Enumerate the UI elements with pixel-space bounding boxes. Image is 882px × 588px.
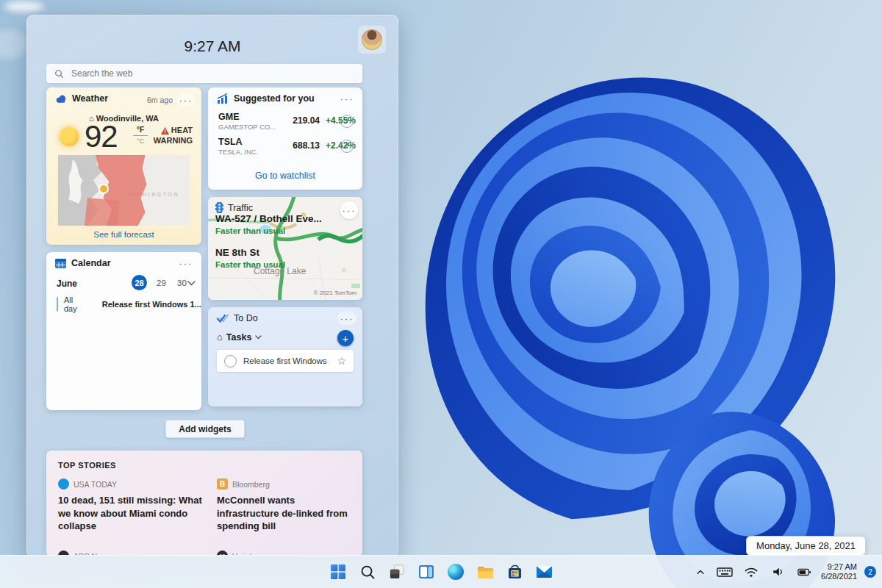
task-checkbox[interactable]	[224, 355, 237, 368]
calendar-widget[interactable]: Calendar ··· June 28 29 30 All day Relea…	[46, 252, 201, 410]
add-to-watchlist-button[interactable]: +	[340, 140, 354, 153]
cloud-decoration	[4, 1, 44, 12]
search-input[interactable]	[70, 68, 354, 79]
widgets-panel: 9:27 AM Weather 6m ago ···	[26, 15, 398, 557]
todo-list-label: Tasks	[226, 332, 252, 343]
star-icon[interactable]: ☆	[337, 355, 346, 367]
traffic-light-icon	[215, 202, 223, 214]
add-to-watchlist-button[interactable]: +	[340, 115, 354, 128]
event-color-bar	[57, 297, 58, 312]
start-button[interactable]	[329, 562, 348, 581]
taskbar: 9:27 AM 6/28/2021 2	[0, 555, 882, 588]
calendar-title: Calendar	[71, 258, 111, 268]
alert-line1: HEAT	[171, 126, 193, 136]
stock-row[interactable]: TSLA TESLA, INC. 688.13 +2.42% +	[218, 137, 354, 156]
stocks-title: Suggested for you	[234, 93, 315, 104]
traffic-menu-button[interactable]: ···	[340, 201, 358, 219]
story-source: USA TODAY	[74, 480, 117, 489]
traffic-copyright: © 2021 TomTom	[314, 290, 356, 296]
weather-forecast-link[interactable]: See full forecast	[46, 230, 201, 239]
calendar-event-row[interactable]: All day Release first Windows 1...	[57, 295, 193, 314]
add-task-button[interactable]: +	[337, 330, 354, 346]
weather-temp: 92	[85, 121, 118, 152]
chevron-down-icon[interactable]	[187, 281, 196, 286]
battery-icon[interactable]	[795, 562, 814, 581]
traffic-route1: WA-527 / Bothell Eve...	[215, 213, 322, 224]
calendar-menu-button[interactable]: ···	[176, 257, 196, 270]
weather-location-row: ⌂ Woodinville, WA	[46, 114, 201, 123]
notification-badge[interactable]: 2	[864, 566, 876, 578]
watchlist-link[interactable]: Go to watchlist	[208, 171, 362, 181]
traffic-widget[interactable]: Traffic ··· WA-527 / Bothell Eve... Fast…	[208, 197, 362, 300]
story-source: Bloomberg	[232, 480, 270, 489]
unit-c[interactable]: °C	[133, 137, 148, 145]
edge-browser-icon[interactable]	[446, 562, 465, 581]
weather-widget[interactable]: Weather 6m ago ··· ⌂ Woodinville, WA 92 …	[46, 87, 201, 245]
traffic-route2: NE 8th St	[215, 247, 259, 258]
wifi-icon[interactable]	[742, 562, 761, 581]
traffic-map-label: Cottage Lake	[254, 266, 306, 276]
stocks-widget[interactable]: Suggested for you ··· GME GAMESTOP CO...…	[208, 87, 362, 190]
weather-updated: 6m ago	[147, 96, 173, 104]
panel-clock: 9:27 AM	[27, 37, 398, 55]
stocks-menu-button[interactable]: ···	[337, 92, 356, 105]
task-row[interactable]: Release first Windows 11... ☆	[217, 350, 354, 372]
warning-icon	[161, 127, 169, 135]
touch-keyboard-icon[interactable]	[715, 562, 734, 581]
alert-line2: WARNING	[154, 136, 193, 146]
todo-widget[interactable]: To Do ··· ⌂ Tasks + Release first Window…	[208, 307, 362, 406]
story-headline[interactable]: 10 dead, 151 still missing: What we know…	[58, 494, 202, 533]
weather-cloud-icon	[55, 93, 67, 104]
add-widgets-button[interactable]: Add widgets	[165, 420, 245, 438]
chevron-down-icon	[255, 335, 262, 340]
bloomberg-logo: B	[217, 478, 228, 490]
calendar-day[interactable]: 29	[157, 279, 166, 287]
account-button[interactable]	[358, 26, 386, 54]
task-view-button[interactable]	[387, 562, 406, 581]
stock-price: 219.04	[286, 115, 320, 126]
microsoft-store-icon[interactable]	[505, 562, 524, 581]
wallpaper-bloom	[382, 0, 882, 588]
calendar-day-selected[interactable]: 28	[132, 275, 147, 290]
story-headline[interactable]: McConnell wants infrastructure de-linked…	[217, 494, 356, 533]
cloud-decoration	[0, 29, 28, 59]
heat-warning: HEAT WARNING	[154, 126, 193, 146]
todo-list-selector[interactable]: ⌂ Tasks	[217, 331, 262, 343]
story-item[interactable]: B Bloomberg McConnell wants infrastructu…	[217, 478, 356, 533]
calendar-month: June	[57, 279, 77, 289]
stock-row[interactable]: GME GAMESTOP CO... 219.04 +4.55% +	[218, 112, 354, 131]
stock-price: 688.13	[286, 140, 320, 151]
weather-title: Weather	[72, 93, 108, 104]
avatar	[362, 29, 382, 50]
top-stories-section: TOP STORIES USA TODAY 10 dead, 151 still…	[46, 451, 362, 556]
unit-f[interactable]: °F	[133, 126, 148, 134]
calendar-day[interactable]: 30	[177, 279, 187, 287]
todo-menu-button[interactable]: ···	[337, 312, 356, 325]
home-icon: ⌂	[217, 331, 223, 343]
widgets-button[interactable]	[417, 562, 436, 581]
date-tooltip: Monday, June 28, 2021	[746, 536, 866, 556]
top-stories-title: TOP STORIES	[58, 461, 116, 470]
usa-today-logo	[58, 478, 69, 490]
file-explorer-icon[interactable]	[476, 562, 495, 581]
sun-icon	[60, 127, 79, 146]
todo-check-icon	[217, 314, 229, 323]
search-icon	[54, 69, 64, 79]
todo-title: To Do	[234, 313, 258, 323]
weather-alert-map[interactable]: WASHINGTON	[58, 155, 190, 226]
task-title: Release first Windows 11...	[243, 356, 330, 365]
desktop: 9:27 AM Weather 6m ago ···	[0, 0, 882, 588]
weather-menu-button[interactable]: ···	[176, 93, 196, 107]
traffic-title: Traffic	[228, 203, 253, 213]
story-item[interactable]: USA TODAY 10 dead, 151 still missing: Wh…	[58, 478, 202, 533]
clock-time: 9:27 AM	[821, 562, 857, 572]
search-bar[interactable]	[46, 64, 362, 83]
volume-icon[interactable]	[768, 562, 787, 581]
taskbar-search-button[interactable]	[358, 562, 377, 581]
hidden-icons-chevron[interactable]	[693, 562, 708, 581]
event-title: Release first Windows 1...	[102, 300, 201, 309]
mail-icon[interactable]	[534, 562, 553, 581]
unit-toggle[interactable]: °F °C	[133, 126, 148, 145]
taskbar-clock[interactable]: 9:27 AM 6/28/2021	[821, 562, 857, 581]
event-time: All day	[64, 295, 77, 313]
